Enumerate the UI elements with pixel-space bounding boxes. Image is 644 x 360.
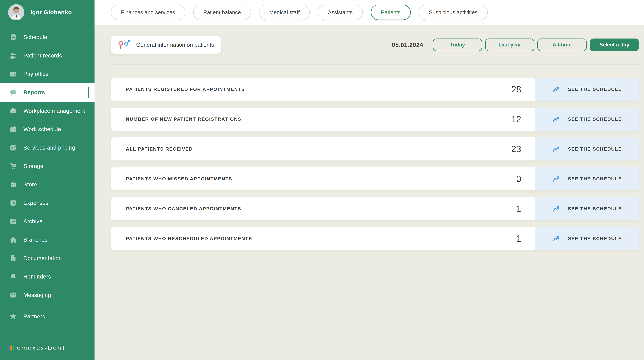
sidebar-item-label: Patient records [24, 53, 62, 59]
trend-up-icon [552, 144, 562, 154]
stats-list: PATIENTS REGISTERED FOR APPOINTMENTS 28 … [111, 78, 639, 250]
tab-suspicious-activities[interactable]: Suspicious activities [419, 5, 488, 20]
sidebar-item-label: Documentation [24, 255, 62, 261]
logo-text: emexes-DenT [17, 344, 66, 351]
sidebar-item-label: Work schedule [24, 126, 61, 132]
sidebar-item-expenses[interactable]: Expenses [0, 194, 94, 212]
header-divider [111, 65, 639, 65]
stat-row-missed: PATIENTS WHO MISSED APPOINTMENTS 0 SEE T… [111, 167, 639, 190]
see-the-schedule-button[interactable]: SEE THE SCHEDULE [534, 197, 639, 220]
sidebar-item-reports[interactable]: Reports [0, 83, 94, 102]
sidebar-divider [6, 25, 85, 25]
stat-label: PATIENTS WHO MISSED APPOINTMENTS [111, 176, 232, 182]
shopping-bag-icon [9, 180, 17, 189]
sidebar-item-workplace-management[interactable]: Workplace management [0, 102, 94, 120]
bell-icon [9, 272, 17, 281]
sidebar-nav: Schedule Patient records Pay office Repo… [0, 28, 94, 326]
stat-row-all-received: ALL PATIENTS RECEIVED 23 SEE THE SCHEDUL… [111, 137, 639, 160]
sidebar-item-schedule[interactable]: Schedule [0, 28, 94, 46]
cart-icon [9, 162, 17, 170]
sidebar-item-label: Storage [24, 163, 44, 169]
select-a-day-button[interactable]: Select a day [590, 39, 639, 51]
see-the-schedule-button[interactable]: SEE THE SCHEDULE [534, 227, 639, 250]
sidebar-item-store[interactable]: Store [0, 175, 94, 194]
male-icon [123, 39, 131, 47]
sidebar-item-branches[interactable]: Branches [0, 230, 94, 249]
stat-label: NUMBER OF NEW PATIENT REGISTRATIONS [111, 116, 242, 122]
sidebar-item-label: Reminders [24, 273, 51, 280]
all-time-button[interactable]: All-time [537, 39, 587, 51]
section-title-card: General information on patients [111, 36, 221, 54]
app-logo: emexes-DenT [8, 344, 66, 351]
envelope-icon [9, 291, 17, 299]
stat-row-new-registrations: NUMBER OF NEW PATIENT REGISTRATIONS 12 S… [111, 108, 639, 131]
sidebar-item-messaging[interactable]: Messaging [0, 286, 94, 304]
see-the-schedule-label: SEE THE SCHEDULE [568, 176, 622, 182]
stat-row-canceled: PATIENTS WHO CANCELED APPOINTMENTS 1 SEE… [111, 197, 639, 220]
stat-row-rescheduled: PATIENTS WHO RESCHEDULED APPOINTMENTS 1 … [111, 227, 639, 250]
tab-finances-and-services[interactable]: Finances and services [111, 5, 185, 20]
document-icon [9, 254, 17, 262]
see-the-schedule-label: SEE THE SCHEDULE [568, 146, 622, 152]
trend-up-icon [552, 234, 562, 243]
bar-chart-icon [9, 199, 17, 207]
house-icon [9, 236, 17, 244]
stat-value: 23 [511, 144, 534, 154]
sidebar-item-reminders[interactable]: Reminders [0, 267, 94, 286]
logo-bars-icon [8, 345, 14, 350]
patient-records-icon [9, 52, 17, 60]
see-the-schedule-button[interactable]: SEE THE SCHEDULE [534, 78, 639, 101]
user-profile[interactable]: Igor Globenko [0, 0, 94, 25]
tab-assistants[interactable]: Assistants [318, 5, 363, 20]
user-name: Igor Globenko [30, 9, 72, 16]
sidebar-item-label: Expenses [24, 200, 48, 206]
sidebar-item-work-schedule[interactable]: Work schedule [0, 120, 94, 138]
sidebar-divider [6, 305, 85, 306]
sidebar-item-documentation[interactable]: Documentation [0, 249, 94, 267]
sidebar-item-label: Branches [24, 237, 48, 243]
stat-value: 0 [516, 174, 534, 184]
content: General information on patients 05.01.20… [94, 25, 644, 360]
see-the-schedule-button[interactable]: SEE THE SCHEDULE [534, 108, 639, 131]
tab-patient-balance[interactable]: Patient balance [193, 5, 251, 20]
chat-dots-icon [9, 88, 17, 96]
sidebar-item-services-and-pricing[interactable]: Services and pricing [0, 138, 94, 157]
stat-label: PATIENTS WHO CANCELED APPOINTMENTS [111, 206, 241, 211]
see-the-schedule-label: SEE THE SCHEDULE [568, 116, 622, 122]
schedule-icon [9, 33, 17, 41]
top-tab-bar: Finances and services Patient balance Me… [94, 0, 644, 25]
active-indicator-bar [88, 87, 89, 98]
sidebar-item-pay-office[interactable]: Pay office [0, 65, 94, 83]
briefcase-icon [9, 107, 17, 115]
avatar [8, 4, 24, 20]
stat-label: PATIENTS REGISTERED FOR APPOINTMENTS [111, 87, 245, 92]
sidebar: Igor Globenko Schedule Patient records P… [0, 0, 94, 360]
calendar-icon [9, 125, 17, 133]
stat-value: 12 [511, 114, 534, 124]
section-title: General information on patients [136, 42, 214, 48]
tab-patients[interactable]: Patients [371, 5, 411, 20]
stat-value: 28 [511, 84, 534, 95]
sidebar-item-label: Archive [24, 218, 42, 224]
stat-value: 1 [516, 204, 534, 214]
sidebar-item-label: Pay office [24, 71, 48, 77]
see-the-schedule-label: SEE THE SCHEDULE [568, 87, 622, 92]
tab-medical-staff[interactable]: Medical staff [259, 5, 310, 20]
sidebar-item-label: Partners [24, 313, 45, 320]
folder-icon [9, 217, 17, 225]
sidebar-item-label: Workplace management [24, 108, 85, 114]
star-icon [9, 312, 17, 320]
today-button[interactable]: Today [433, 39, 482, 51]
gender-icons [117, 38, 131, 52]
sidebar-item-storage[interactable]: Storage [0, 157, 94, 175]
trend-up-icon [552, 84, 562, 94]
last-year-button[interactable]: Last year [485, 39, 534, 51]
sidebar-item-patient-records[interactable]: Patient records [0, 46, 94, 65]
sidebar-item-partners[interactable]: Partners [0, 307, 94, 326]
see-the-schedule-button[interactable]: SEE THE SCHEDULE [534, 167, 639, 190]
sidebar-item-label: Messaging [24, 292, 51, 298]
sidebar-item-archive[interactable]: Archive [0, 212, 94, 230]
see-the-schedule-button[interactable]: SEE THE SCHEDULE [534, 137, 639, 160]
see-the-schedule-label: SEE THE SCHEDULE [568, 236, 622, 241]
stat-row-registered: PATIENTS REGISTERED FOR APPOINTMENTS 28 … [111, 78, 639, 101]
